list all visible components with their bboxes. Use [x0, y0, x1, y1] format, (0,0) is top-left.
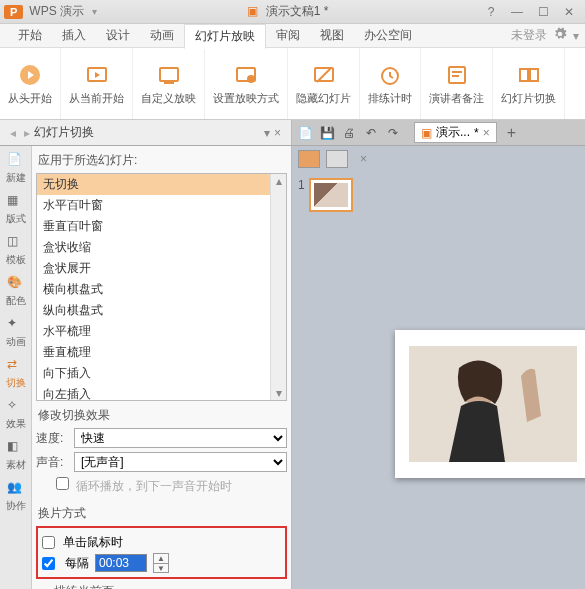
pane-prev-icon[interactable]: ◂: [6, 126, 20, 140]
tab-view[interactable]: 视图: [310, 24, 354, 47]
slide-view-tabs: ×: [292, 146, 585, 172]
notes-icon: [443, 61, 471, 89]
strip-effect[interactable]: ✧效果: [2, 398, 30, 429]
list-item[interactable]: 纵向棋盘式: [37, 300, 270, 321]
left-strip: 📄新建 ▦版式 ◫模板 🎨配色 ✦动画 ⇄切换 ✧效果 ◧素材 👥协作: [0, 146, 32, 589]
pane-close-button[interactable]: ×: [270, 126, 285, 140]
custom-show-icon: [155, 61, 183, 89]
strip-layout[interactable]: ▦版式: [2, 193, 30, 224]
list-item[interactable]: 盒状收缩: [37, 237, 270, 258]
list-item[interactable]: 盒状展开: [37, 258, 270, 279]
gear-icon[interactable]: [553, 27, 567, 44]
on-click-checkbox[interactable]: [42, 536, 55, 549]
interval-label: 每隔: [65, 555, 89, 572]
sound-label: 声音:: [36, 454, 70, 471]
list-item[interactable]: 向下插入: [37, 363, 270, 384]
interval-checkbox[interactable]: [42, 557, 55, 570]
slide-canvas[interactable]: [292, 218, 585, 589]
doc-icon: ▣: [247, 4, 258, 18]
setup-icon: [232, 61, 260, 89]
strip-template[interactable]: ◫模板: [2, 234, 30, 265]
window-close-button[interactable]: ✕: [557, 4, 581, 20]
transition-strip-icon: ⇄: [7, 357, 25, 375]
strip-new[interactable]: 📄新建: [2, 152, 30, 183]
doc-tab-close-button[interactable]: ×: [483, 126, 490, 140]
strip-transition[interactable]: ⇄切换: [2, 357, 30, 388]
palette-icon: 🎨: [7, 275, 25, 293]
view-tab-outline[interactable]: [326, 150, 348, 168]
print-icon[interactable]: 🖨: [340, 124, 358, 142]
tab-design[interactable]: 设计: [96, 24, 140, 47]
save-icon[interactable]: 💾: [318, 124, 336, 142]
thumbnail-strip: 1: [292, 172, 585, 218]
document-tab[interactable]: ▣ 演示... * ×: [414, 122, 497, 143]
tab-office[interactable]: 办公空间: [354, 24, 422, 47]
main-area: 📄新建 ▦版式 ◫模板 🎨配色 ✦动画 ⇄切换 ✧效果 ◧素材 👥协作 应用于所…: [0, 146, 585, 589]
ribbon-from-current[interactable]: 从当前开始: [61, 48, 133, 119]
ribbon-setup-show[interactable]: 设置放映方式: [205, 48, 288, 119]
dropdown-icon[interactable]: ▾: [573, 29, 579, 43]
transition-listbox[interactable]: 无切换 水平百叶窗 垂直百叶窗 盒状收缩 盒状展开 横向棋盘式 纵向棋盘式 水平…: [36, 173, 287, 401]
slide[interactable]: [395, 330, 585, 478]
spinner-down-icon[interactable]: ▼: [154, 564, 168, 573]
doc-title-text: 演示文稿1 *: [266, 4, 329, 18]
list-item[interactable]: 水平梳理: [37, 321, 270, 342]
ribbon-rehearse[interactable]: 排练计时: [360, 48, 421, 119]
list-item[interactable]: 向左插入: [37, 384, 270, 400]
tab-start[interactable]: 开始: [8, 24, 52, 47]
pane-next-icon[interactable]: ▸: [20, 126, 34, 140]
ribbon-custom-show[interactable]: 自定义放映: [133, 48, 205, 119]
play-current-icon: [83, 61, 111, 89]
title-bar: P WPS 演示 ▾ ▣ 演示文稿1 * ? — ☐ ✕: [0, 0, 585, 24]
effect-icon: ✧: [7, 398, 25, 416]
tab-animation[interactable]: 动画: [140, 24, 184, 47]
sound-select[interactable]: [无声音]: [74, 452, 287, 472]
strip-animation[interactable]: ✦动画: [2, 316, 30, 347]
scroll-down-icon[interactable]: ▾: [276, 386, 282, 400]
window-minimize-button[interactable]: —: [505, 4, 529, 20]
view-tabs-close-button[interactable]: ×: [360, 152, 367, 166]
tab-review[interactable]: 审阅: [266, 24, 310, 47]
redo-icon[interactable]: ↷: [384, 124, 402, 142]
interval-spinner[interactable]: ▲ ▼: [153, 553, 169, 573]
list-item[interactable]: 垂直百叶窗: [37, 216, 270, 237]
layout-icon: ▦: [7, 193, 25, 211]
slide-thumbnail-1[interactable]: [309, 178, 353, 212]
spinner-up-icon[interactable]: ▲: [154, 554, 168, 564]
window-help-button[interactable]: ?: [479, 4, 503, 20]
menu-tabs: 开始 插入 设计 动画 幻灯片放映 审阅 视图 办公空间 未登录 ▾: [0, 24, 585, 48]
interval-input[interactable]: [95, 554, 147, 572]
applies-to-label: 应用于所选幻灯片:: [36, 150, 287, 173]
window-maximize-button[interactable]: ☐: [531, 4, 555, 20]
list-item[interactable]: 垂直梳理: [37, 342, 270, 363]
loop-checkbox[interactable]: [56, 477, 69, 490]
ribbon-from-beginning[interactable]: 从头开始: [0, 48, 61, 119]
doc-tab-icon: ▣: [421, 126, 432, 140]
transition-icon: [515, 61, 543, 89]
login-status[interactable]: 未登录: [511, 27, 547, 44]
new-tab-button[interactable]: +: [507, 124, 516, 142]
list-item[interactable]: 水平百叶窗: [37, 195, 270, 216]
list-item[interactable]: 横向棋盘式: [37, 279, 270, 300]
undo-icon[interactable]: ↶: [362, 124, 380, 142]
template-icon: ◫: [7, 234, 25, 252]
listbox-scrollbar[interactable]: ▴▾: [270, 174, 286, 400]
tab-slideshow[interactable]: 幻灯片放映: [184, 24, 266, 49]
ribbon-speaker-notes[interactable]: 演讲者备注: [421, 48, 493, 119]
sub-bar: ◂ ▸ 幻灯片切换 ▾ × 📄 💾 🖨 ↶ ↷ ▣ 演示... * × +: [0, 120, 585, 146]
strip-material[interactable]: ◧素材: [2, 439, 30, 470]
svg-line-6: [317, 68, 331, 82]
new-doc-icon[interactable]: 📄: [296, 124, 314, 142]
strip-color[interactable]: 🎨配色: [2, 275, 30, 306]
ribbon-slide-transition[interactable]: 幻灯片切换: [493, 48, 565, 119]
ribbon-hide-slide[interactable]: 隐藏幻灯片: [288, 48, 360, 119]
thumb-number: 1: [298, 178, 305, 192]
scroll-up-icon[interactable]: ▴: [276, 174, 282, 188]
list-item[interactable]: 无切换: [37, 174, 270, 195]
view-tab-thumbnails[interactable]: [298, 150, 320, 168]
strip-collab[interactable]: 👥协作: [2, 480, 30, 511]
advance-options-highlight: 单击鼠标时 每隔 ▲ ▼: [36, 526, 287, 579]
tab-insert[interactable]: 插入: [52, 24, 96, 47]
speed-select[interactable]: 快速: [74, 428, 287, 448]
speed-label: 速度:: [36, 430, 70, 447]
